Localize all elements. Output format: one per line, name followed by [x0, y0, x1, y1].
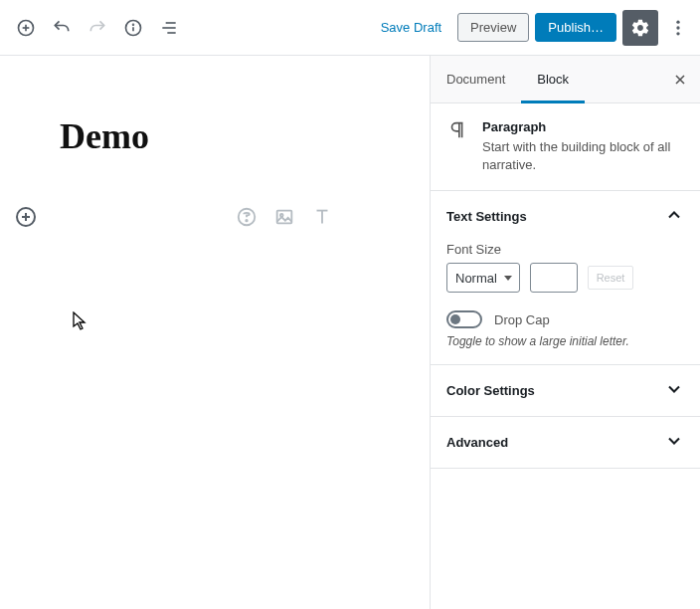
settings-sidebar: Document Block Paragraph Start with the …	[430, 56, 700, 609]
editor-canvas[interactable]: Demo	[0, 56, 430, 609]
text-settings-header[interactable]: Text Settings	[431, 191, 700, 242]
settings-button[interactable]	[622, 10, 658, 46]
post-title[interactable]: Demo	[60, 115, 418, 157]
image-icon[interactable]	[272, 205, 296, 229]
save-draft-button[interactable]: Save Draft	[371, 14, 451, 41]
drop-cap-toggle[interactable]	[446, 310, 482, 328]
font-size-label: Font Size	[446, 242, 684, 257]
inline-add-block-button[interactable]	[12, 203, 40, 231]
svg-point-5	[133, 24, 134, 25]
svg-point-11	[676, 32, 679, 35]
more-options-button[interactable]	[664, 10, 692, 46]
drop-cap-help-text: Toggle to show a large initial letter.	[446, 334, 684, 348]
tab-block[interactable]: Block	[521, 56, 585, 103]
chevron-up-icon	[664, 205, 684, 228]
cursor-icon	[73, 311, 88, 334]
redo-button[interactable]	[80, 10, 115, 46]
outline-button[interactable]	[151, 10, 187, 46]
advanced-header[interactable]: Advanced	[431, 417, 700, 468]
chevron-down-icon	[664, 379, 684, 402]
reset-button[interactable]: Reset	[588, 266, 633, 290]
block-description: Start with the building block of all nar…	[482, 138, 684, 174]
text-settings-title: Text Settings	[446, 209, 527, 224]
drop-cap-label: Drop Cap	[494, 312, 550, 327]
top-toolbar: Save Draft Preview Publish…	[0, 0, 700, 56]
svg-rect-17	[277, 211, 292, 224]
publish-button[interactable]: Publish…	[535, 13, 616, 42]
color-settings-header[interactable]: Color Settings	[431, 365, 700, 416]
add-block-button[interactable]	[8, 10, 44, 46]
preview-button[interactable]: Preview	[457, 13, 529, 42]
tab-document[interactable]: Document	[431, 56, 521, 103]
advanced-title: Advanced	[446, 435, 508, 450]
heading-icon[interactable]	[310, 205, 334, 229]
undo-button[interactable]	[44, 10, 80, 46]
font-size-custom-input[interactable]	[530, 263, 578, 293]
color-settings-title: Color Settings	[446, 383, 535, 398]
svg-point-9	[676, 20, 679, 23]
info-button[interactable]	[115, 10, 151, 46]
font-size-select[interactable]: Normal	[446, 263, 520, 293]
block-info-panel: Paragraph Start with the building block …	[431, 103, 700, 190]
chevron-down-icon	[664, 431, 684, 454]
block-title: Paragraph	[482, 119, 684, 134]
svg-point-16	[246, 220, 247, 221]
svg-point-10	[676, 26, 679, 29]
close-sidebar-button[interactable]	[660, 60, 700, 100]
chat-icon[interactable]	[235, 205, 259, 229]
paragraph-icon	[446, 119, 470, 174]
